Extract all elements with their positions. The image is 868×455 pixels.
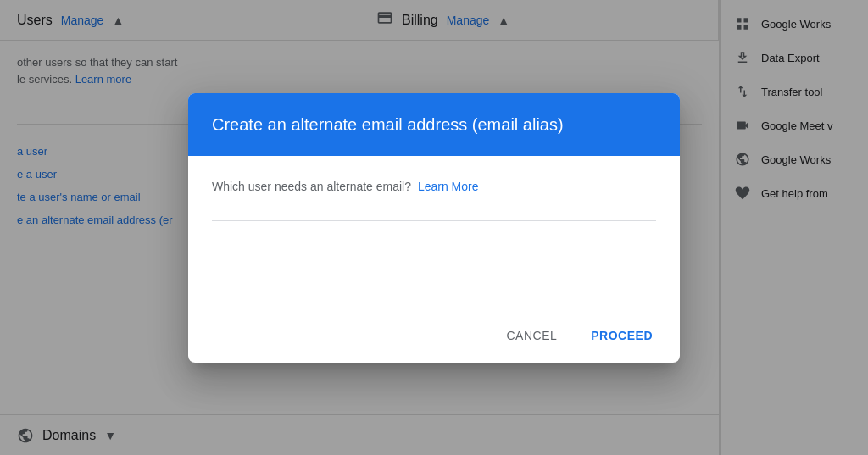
modal-footer: CANCEL PROCEED [188, 308, 680, 363]
modal-header: Create an alternate email address (email… [188, 93, 680, 156]
modal-dialog: Create an alternate email address (email… [188, 93, 680, 363]
modal-title: Create an alternate email address (email… [212, 114, 656, 136]
modal-question: Which user needs an alternate email? Lea… [212, 180, 656, 193]
modal-body: Which user needs an alternate email? Lea… [188, 156, 680, 308]
modal-learn-more-link[interactable]: Learn More [418, 180, 479, 193]
cancel-button[interactable]: CANCEL [492, 322, 570, 349]
proceed-button[interactable]: PROCEED [577, 322, 666, 349]
modal-input-line [212, 220, 656, 221]
modal-overlay: Create an alternate email address (email… [0, 0, 868, 455]
